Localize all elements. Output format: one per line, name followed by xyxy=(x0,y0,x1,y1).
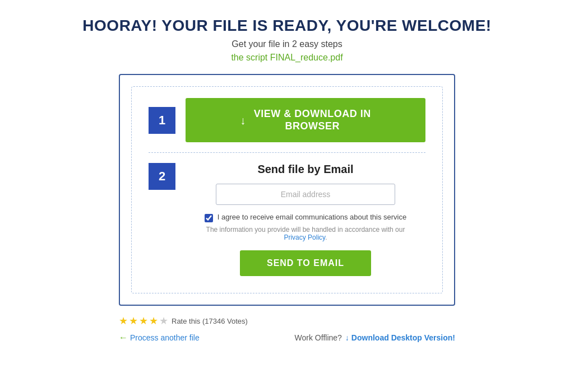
download-desktop-link[interactable]: ↓ Download Desktop Version! xyxy=(345,333,455,342)
send-to-email-button[interactable]: SEND TO EMAIL xyxy=(240,250,371,276)
privacy-text-before: The information you provide will be hand… xyxy=(206,226,405,234)
bottom-links: ← Process another file Work Offline? ↓ D… xyxy=(119,333,455,343)
rate-text: Rate this (17346 Votes) xyxy=(172,317,248,325)
agree-checkbox[interactable] xyxy=(205,214,213,222)
star-4[interactable]: ★ xyxy=(149,315,158,327)
stars-container: ★★★★★ xyxy=(119,315,168,327)
footer-area: ★★★★★ Rate this (17346 Votes) ← Process … xyxy=(119,315,455,343)
privacy-policy-link[interactable]: Privacy Policy xyxy=(284,234,325,241)
download-desktop-arrow-icon: ↓ xyxy=(345,333,349,342)
star-5[interactable]: ★ xyxy=(159,315,168,327)
process-another-label: Process another file xyxy=(130,333,200,342)
download-button-label: VIEW & DOWNLOAD INBROWSER xyxy=(254,108,371,132)
star-2[interactable]: ★ xyxy=(129,315,138,327)
agree-row: I agree to receive email communications … xyxy=(205,213,406,222)
divider xyxy=(149,152,425,153)
step2-row: 2 Send file by Email I agree to receive … xyxy=(149,163,425,276)
email-content: Send file by Email I agree to receive em… xyxy=(186,163,425,276)
email-input[interactable] xyxy=(216,184,395,205)
inner-container: 1 ↓ VIEW & DOWNLOAD INBROWSER 2 Send fil… xyxy=(131,86,443,293)
star-1[interactable]: ★ xyxy=(119,315,128,327)
offline-text: Work Offline? xyxy=(295,333,342,342)
send-email-title: Send file by Email xyxy=(257,163,353,176)
process-another-link[interactable]: ← Process another file xyxy=(119,333,200,343)
offline-section: Work Offline? ↓ Download Desktop Version… xyxy=(295,333,455,342)
step1-number: 1 xyxy=(149,107,175,134)
star-3[interactable]: ★ xyxy=(139,315,148,327)
stars-row: ★★★★★ Rate this (17346 Votes) xyxy=(119,315,455,327)
page-main-title: HOORAY! YOUR FILE IS READY, YOU'RE WELCO… xyxy=(82,17,491,35)
step2-number: 2 xyxy=(149,163,175,190)
agree-label: I agree to receive email communications … xyxy=(217,213,406,221)
download-arrow-icon: ↓ xyxy=(240,114,246,127)
download-browser-button[interactable]: ↓ VIEW & DOWNLOAD INBROWSER xyxy=(186,98,425,142)
privacy-row: The information you provide will be hand… xyxy=(202,226,409,241)
subtitle-text: Get your file in 2 easy steps xyxy=(232,39,342,49)
privacy-text-after: . xyxy=(325,234,327,241)
main-container: 1 ↓ VIEW & DOWNLOAD INBROWSER 2 Send fil… xyxy=(119,74,455,306)
download-desktop-label: Download Desktop Version! xyxy=(351,333,455,342)
back-arrow-icon: ← xyxy=(119,333,128,343)
filename-text: the script FINAL_reduce.pdf xyxy=(231,53,342,63)
step1-row: 1 ↓ VIEW & DOWNLOAD INBROWSER xyxy=(149,98,425,142)
